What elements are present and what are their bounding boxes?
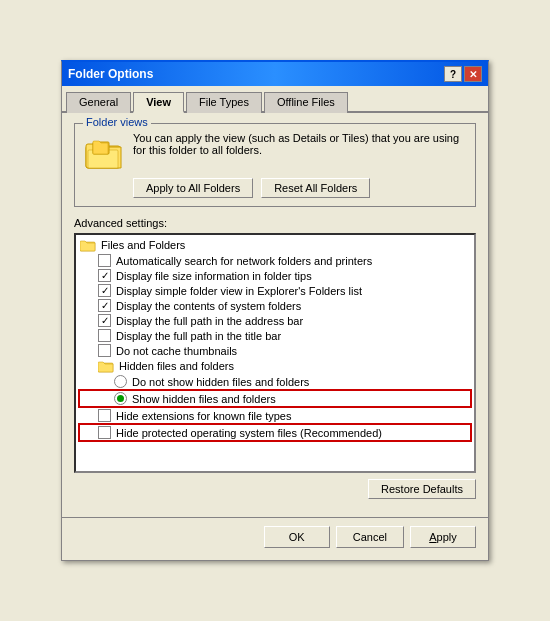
label-no-hidden: Do not show hidden files and folders [132,376,309,388]
files-and-folders-header: Files and Folders [76,237,474,253]
help-button[interactable]: ? [444,66,462,82]
folder-views-group: Folder views You can [74,123,476,207]
setting-auto-search[interactable]: Automatically search for network folders… [76,253,474,268]
checkbox-path-address[interactable] [98,314,111,327]
title-bar-buttons: ? ✕ [444,66,482,82]
setting-hide-protected[interactable]: Hide protected operating system files (R… [80,425,470,440]
setting-show-hidden[interactable]: Show hidden files and folders [80,391,470,406]
reset-all-folders-button[interactable]: Reset All Folders [261,178,370,198]
files-folders-label: Files and Folders [101,239,185,251]
tab-offline-files[interactable]: Offline Files [264,92,348,113]
label-path-address: Display the full path in the address bar [116,315,303,327]
tab-view[interactable]: View [133,92,184,113]
folder-options-dialog: Folder Options ? ✕ General View File Typ… [61,60,489,561]
label-cache-thumbnails: Do not cache thumbnails [116,345,237,357]
checkbox-cache-thumbnails[interactable] [98,344,111,357]
tabs-bar: General View File Types Offline Files [62,86,488,113]
checkbox-hide-protected[interactable] [98,426,111,439]
folder-views-label: Folder views [83,116,151,128]
tab-file-types[interactable]: File Types [186,92,262,113]
folder-view-buttons: Apply to All Folders Reset All Folders [133,178,465,198]
setting-simple-folder[interactable]: Display simple folder view in Explorer's… [76,283,474,298]
bottom-buttons: OK Cancel Apply [62,517,488,560]
folder-views-inner: You can apply the view (such as Details … [85,132,465,170]
setting-cache-thumbnails[interactable]: Do not cache thumbnails [76,343,474,358]
advanced-settings-label: Advanced settings: [74,217,476,229]
apply-button[interactable]: Apply [410,526,476,548]
setting-hide-extensions[interactable]: Hide extensions for known file types [76,408,474,423]
settings-list: Files and Folders Automatically search f… [76,235,474,444]
hidden-files-header: Hidden files and folders [76,358,474,374]
checkbox-path-title[interactable] [98,329,111,342]
ok-button[interactable]: OK [264,526,330,548]
dialog-title: Folder Options [68,67,153,81]
folder-views-description: You can apply the view (such as Details … [133,132,465,156]
title-bar: Folder Options ? ✕ [62,62,488,86]
restore-defaults-row: Restore Defaults [74,479,476,499]
folder-views-text: You can apply the view (such as Details … [133,132,459,156]
label-auto-search: Automatically search for network folders… [116,255,372,267]
checkbox-system-contents[interactable] [98,299,111,312]
label-simple-folder: Display simple folder view in Explorer's… [116,285,362,297]
settings-list-container[interactable]: Files and Folders Automatically search f… [74,233,476,473]
label-hide-protected: Hide protected operating system files (R… [116,427,382,439]
apply-to-all-folders-button[interactable]: Apply to All Folders [133,178,253,198]
checkbox-file-size[interactable] [98,269,111,282]
label-hide-extensions: Hide extensions for known file types [116,410,291,422]
restore-defaults-button[interactable]: Restore Defaults [368,479,476,499]
folder-icon [85,132,123,170]
setting-file-size[interactable]: Display file size information in folder … [76,268,474,283]
radio-no-hidden[interactable] [114,375,127,388]
close-button[interactable]: ✕ [464,66,482,82]
setting-path-title[interactable]: Display the full path in the title bar [76,328,474,343]
hidden-files-label: Hidden files and folders [119,360,234,372]
radio-show-hidden[interactable] [114,392,127,405]
checkbox-auto-search[interactable] [98,254,111,267]
tab-content: Folder views You can [62,113,488,509]
setting-no-hidden[interactable]: Do not show hidden files and folders [76,374,474,389]
label-system-contents: Display the contents of system folders [116,300,301,312]
setting-path-address[interactable]: Display the full path in the address bar [76,313,474,328]
cancel-button[interactable]: Cancel [336,526,404,548]
tab-general[interactable]: General [66,92,131,113]
label-path-title: Display the full path in the title bar [116,330,281,342]
label-file-size: Display file size information in folder … [116,270,312,282]
checkbox-simple-folder[interactable] [98,284,111,297]
setting-system-contents[interactable]: Display the contents of system folders [76,298,474,313]
label-show-hidden: Show hidden files and folders [132,393,276,405]
checkbox-hide-extensions[interactable] [98,409,111,422]
